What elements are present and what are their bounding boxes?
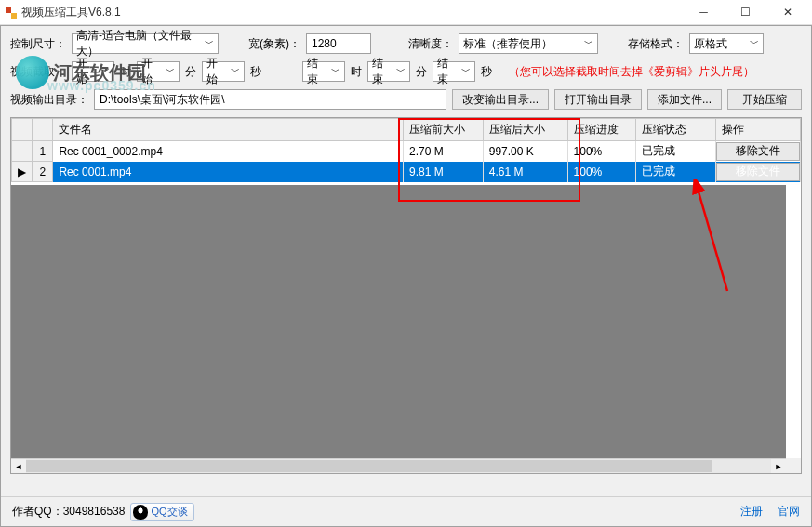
cell-after: 4.61 M [483,162,567,182]
add-file-button[interactable]: 添加文件... [647,89,722,110]
header-idx[interactable] [33,119,53,141]
cell-name: Rec 0001_0002.mp4 [53,141,404,162]
start-sec-select[interactable]: 开始﹀ [202,61,245,82]
chevron-down-icon: ﹀ [750,37,759,50]
row-pointer [12,141,33,162]
start-compress-button[interactable]: 开始压缩 [727,89,802,110]
header-progress[interactable]: 压缩进度 [567,119,636,141]
chevron-down-icon: ﹀ [396,65,406,78]
file-table-container: 文件名 压缩前大小 压缩后大小 压缩进度 压缩状态 操作 1Rec 0001_0… [10,117,802,474]
table-row[interactable]: ▶2Rec 0001.mp49.81 M4.61 M100%已完成移除文件 [12,162,801,182]
qq-chat-button[interactable]: QQ交谈 [130,503,193,521]
crop-label: 视频截取： [10,64,66,80]
outdir-value: D:\tools\桌面\河东软件园\ [100,92,225,108]
end-hour-select[interactable]: 结束﹀ [302,61,345,82]
header-pointer[interactable] [12,119,33,141]
end-min-select[interactable]: 结束﹀ [367,61,410,82]
min-label2: 分 [416,64,427,80]
outdir-label: 视频输出目录： [10,92,88,108]
header-after[interactable]: 压缩后大小 [483,119,567,141]
table-row[interactable]: 1Rec 0001_0002.mp42.70 M997.00 K100%已完成移… [12,141,801,162]
row-pointer: ▶ [12,162,33,182]
clarity-select[interactable]: 标准（推荐使用）﹀ [459,33,598,54]
hour-label: 时 [120,64,131,80]
scroll-thumb[interactable] [26,460,712,472]
chevron-down-icon: ﹀ [166,65,175,78]
chevron-down-icon: ﹀ [205,37,214,50]
chevron-down-icon: ﹀ [584,37,593,50]
header-status[interactable]: 压缩状态 [636,119,716,141]
width-input[interactable]: 1280 [306,33,371,54]
format-label: 存储格式： [628,36,684,52]
change-dir-button[interactable]: 改变输出目录... [452,89,549,110]
cell-name: Rec 0001.mp4 [53,162,404,182]
horizontal-scrollbar[interactable]: ◄ ► [11,458,786,473]
remove-file-button[interactable]: 移除文件 [716,163,800,181]
scroll-right-button[interactable]: ► [771,459,786,474]
header-name[interactable]: 文件名 [53,119,404,141]
clarity-label: 清晰度： [408,36,453,52]
register-link[interactable]: 注册 [740,504,763,520]
author-label: 作者QQ：3049816538 [12,504,125,520]
remove-file-button[interactable]: 移除文件 [716,142,800,161]
footer: 作者QQ：3049816538 QQ交谈 注册 官网 [1,496,811,526]
header-before[interactable]: 压缩前大小 [403,119,483,141]
cell-status: 已完成 [636,141,716,162]
size-select[interactable]: 高清-适合电脑（文件最大）﹀ [72,33,219,54]
chevron-down-icon: ﹀ [331,65,340,78]
qq-chat-label: QQ交谈 [151,505,187,519]
chevron-down-icon: ﹀ [231,65,240,78]
maximize-button[interactable]: ☐ [725,0,766,24]
watermark-url: www.pc0359.cn [47,78,156,93]
sec-label2: 秒 [481,64,492,80]
minimize-button[interactable]: ─ [683,0,725,24]
file-table[interactable]: 文件名 压缩前大小 压缩后大小 压缩进度 压缩状态 操作 1Rec 0001_0… [11,118,801,182]
sec-label: 秒 [250,64,261,80]
size-value: 高清-适合电脑（文件最大） [76,28,201,59]
cell-status: 已完成 [636,162,716,182]
size-label: 控制尺寸： [10,36,66,52]
format-select[interactable]: 原格式﹀ [689,33,764,54]
cell-after: 997.00 K [483,141,567,162]
end-sec-select[interactable]: 结束﹀ [433,61,475,82]
cell-progress: 100% [567,141,636,162]
qq-penguin-icon [133,505,148,520]
row-index: 1 [33,141,53,162]
close-button[interactable]: ✕ [766,0,808,24]
format-value: 原格式 [694,36,727,52]
min-label: 分 [185,64,196,80]
cell-progress: 100% [567,162,636,182]
cell-before: 9.81 M [403,162,483,182]
chevron-down-icon: ﹀ [100,65,110,78]
chevron-down-icon: ﹀ [461,65,471,78]
header-action[interactable]: 操作 [716,119,801,141]
clarity-value: 标准（推荐使用） [463,36,552,52]
width-label: 宽(象素)： [248,36,300,52]
scroll-corner [786,458,801,473]
cell-before: 2.70 M [403,141,483,162]
app-icon [4,6,17,19]
table-empty-area [11,185,786,458]
scroll-track[interactable] [26,459,771,473]
crop-hint: （您可以选择截取时间去掉《爱剪辑》片头片尾） [509,64,754,80]
hour-label2: 时 [351,64,362,80]
row-index: 2 [33,162,53,182]
window-title: 视频压缩工具V6.8.1 [21,5,683,20]
range-dash: —— [271,65,293,78]
titlebar: 视频压缩工具V6.8.1 ─ ☐ ✕ [0,0,812,25]
open-dir-button[interactable]: 打开输出目录 [554,89,642,110]
scroll-left-button[interactable]: ◄ [11,459,26,474]
website-link[interactable]: 官网 [778,504,800,520]
width-value: 1280 [312,37,337,50]
